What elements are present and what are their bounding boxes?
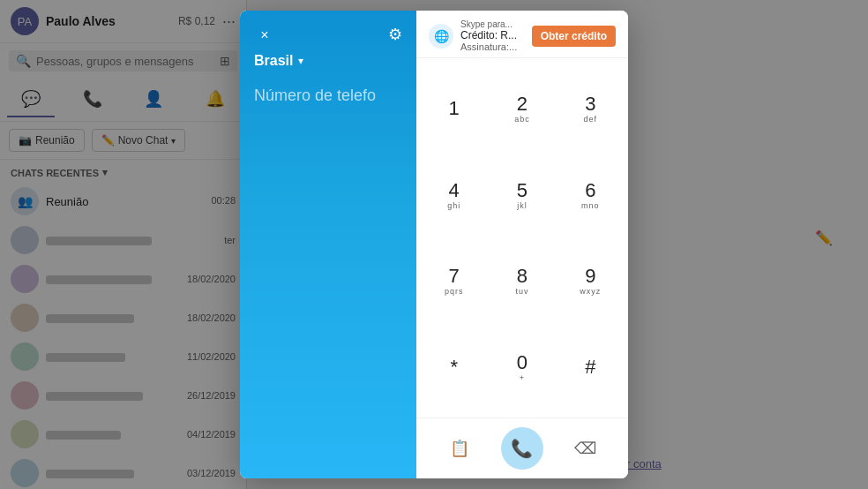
credit-info: Skype para... Crédito: R... Assinatura:.… <box>460 19 525 52</box>
key-0[interactable]: 0+ <box>488 324 556 410</box>
key-5[interactable]: 5jkl <box>488 152 556 238</box>
country-selector[interactable]: Brasil ▾ <box>254 53 402 69</box>
dial-dialog: × ⚙ Brasil ▾ Número de telefo 🌐 Skype pa… <box>240 11 628 478</box>
modal-overlay[interactable]: × ⚙ Brasil ▾ Número de telefo 🌐 Skype pa… <box>0 0 868 489</box>
contacts-button[interactable]: 📋 <box>444 433 475 464</box>
close-button[interactable]: × <box>254 25 275 46</box>
key-2[interactable]: 2abc <box>488 65 556 152</box>
key-#[interactable]: # <box>557 324 625 410</box>
country-name: Brasil <box>254 53 293 69</box>
keypad-grid: 12abc3def4ghi5jkl6mno7pqrs8tuv9wxyz*0+# <box>416 58 628 418</box>
key-8[interactable]: 8tuv <box>488 238 556 325</box>
backspace-icon: ⌫ <box>574 439 596 458</box>
key-6[interactable]: 6mno <box>557 152 625 238</box>
call-button[interactable]: 📞 <box>501 427 543 470</box>
key-9[interactable]: 9wxyz <box>557 238 625 325</box>
phone-placeholder-label: Número de telefo <box>254 87 376 104</box>
skype-for-label: Skype para... <box>460 19 525 29</box>
key-3[interactable]: 3def <box>557 65 625 152</box>
contacts-icon: 📋 <box>450 439 469 458</box>
key-1[interactable]: 1 <box>420 65 488 152</box>
key-*[interactable]: * <box>420 324 488 410</box>
globe-icon: 🌐 <box>429 24 453 49</box>
backspace-button[interactable]: ⌫ <box>569 433 601 464</box>
phone-input-area: Número de telefo <box>254 87 402 464</box>
credit-line: Crédito: R... <box>460 29 525 41</box>
subscription-line: Assinatura:... <box>460 41 525 52</box>
key-7[interactable]: 7pqrs <box>420 238 488 325</box>
dial-right-panel: 🌐 Skype para... Crédito: R... Assinatura… <box>416 11 628 478</box>
phone-icon: 📞 <box>511 438 533 459</box>
credit-bar: 🌐 Skype para... Crédito: R... Assinatura… <box>416 11 628 58</box>
dial-left-panel: × ⚙ Brasil ▾ Número de telefo <box>240 11 416 478</box>
settings-icon[interactable]: ⚙ <box>388 25 402 44</box>
get-credit-button[interactable]: Obter crédito <box>532 26 616 47</box>
key-4[interactable]: 4ghi <box>420 152 488 238</box>
country-chevron-icon: ▾ <box>298 55 303 67</box>
dial-bottom-bar: 📋 📞 ⌫ <box>416 418 628 478</box>
